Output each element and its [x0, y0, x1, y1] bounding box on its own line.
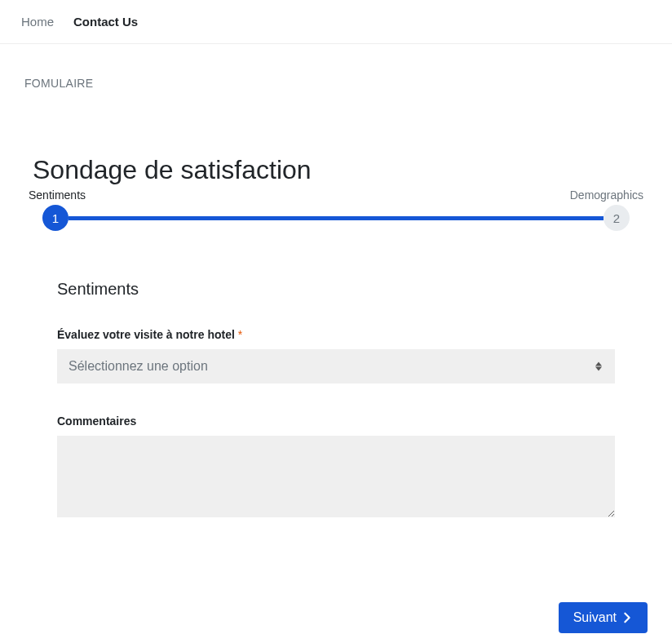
comments-textarea[interactable]	[57, 436, 615, 517]
progress-step1-circle[interactable]: 1	[42, 205, 69, 231]
form-area: Sentiments Évaluez votre visite à notre …	[24, 231, 648, 521]
rating-label-text: Évaluez votre visite à notre hotel	[57, 328, 235, 341]
next-button-label: Suivant	[573, 610, 617, 625]
progress-indicator: Sentiments Demographics 1 2	[24, 188, 648, 231]
progress-line	[69, 216, 603, 220]
comments-label: Commentaires	[57, 415, 615, 428]
next-button[interactable]: Suivant	[559, 602, 648, 633]
required-star-icon: *	[238, 328, 242, 341]
section-heading: Sentiments	[57, 280, 615, 299]
top-nav: Home Contact Us	[0, 0, 672, 44]
rating-select[interactable]: Sélectionnez une option	[57, 349, 615, 384]
chevron-right-icon	[621, 612, 633, 623]
rating-select-wrap: Sélectionnez une option	[57, 349, 615, 384]
nav-home-link[interactable]: Home	[21, 15, 54, 29]
nav-contact-link[interactable]: Contact Us	[73, 15, 138, 29]
footer-actions: Suivant	[0, 545, 672, 634]
breadcrumb: FOMULAIRE	[24, 77, 648, 90]
progress-step1-label: Sentiments	[29, 188, 86, 202]
main-container: FOMULAIRE Sondage de satisfaction Sentim…	[0, 44, 672, 545]
progress-step2-label: Demographics	[570, 188, 643, 202]
progress-step2-circle[interactable]: 2	[603, 205, 630, 231]
page-title: Sondage de satisfaction	[24, 155, 648, 185]
rating-label: Évaluez votre visite à notre hotel *	[57, 328, 615, 341]
